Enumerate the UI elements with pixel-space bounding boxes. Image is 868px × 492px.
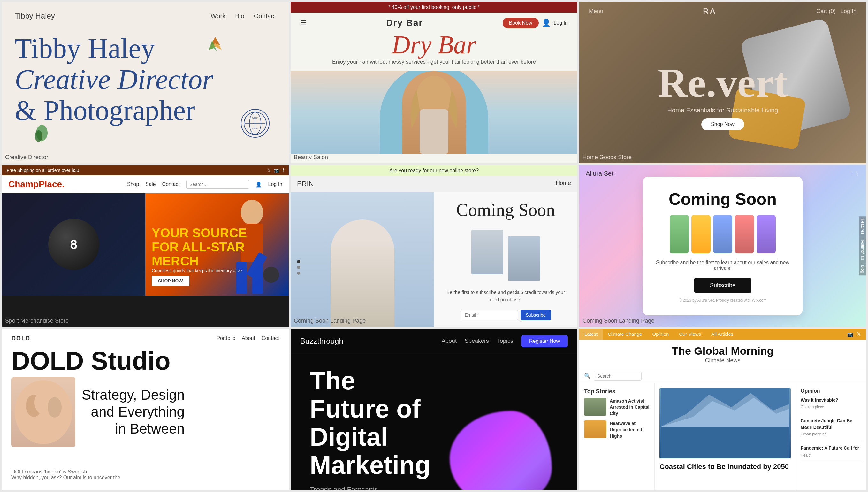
card-dry-bar[interactable]: * 40% off your first booking, only publi… — [290, 2, 578, 163]
card3-menu[interactable]: Menu — [589, 8, 603, 15]
card9-tab-ourviews[interactable]: Our Views — [674, 329, 706, 340]
svg-point-4 — [35, 130, 43, 142]
card2-topbar: * 40% off your first booking, only publi… — [290, 2, 578, 13]
card9-opinion-2[interactable]: Concrete Jungle Can Be Made Beautiful Ur… — [800, 418, 861, 441]
card9-story-2[interactable]: Heatwave at Unprecedented Highs — [584, 420, 649, 439]
card2-book-btn[interactable]: Book Now — [503, 18, 539, 28]
card9-subtitle: Climate News — [584, 357, 861, 364]
card6-topright[interactable]: ⋮⋮ — [848, 170, 860, 177]
card2-login[interactable]: Log In — [554, 20, 568, 26]
card5-topbar: Are you ready for our new online store? — [290, 165, 578, 176]
card3-label: Home Goods Store — [583, 154, 632, 161]
instagram-icon[interactable]: 📷 — [274, 168, 279, 173]
card5-coming-soon: Coming Soon — [456, 200, 555, 220]
card6-sidebar-testimonials[interactable]: Testimonials — [859, 237, 866, 263]
card7-desc: DOLD means 'hidden' is Swedish. Why hidd… — [11, 469, 120, 481]
card6-sidebar-features[interactable]: Features — [859, 216, 866, 237]
card2-brand: Dry Bar — [386, 18, 423, 28]
card4-sale[interactable]: Sale — [145, 181, 155, 187]
card5-nav: ERIN Home — [290, 176, 578, 192]
card5-dot-1[interactable] — [297, 260, 300, 263]
card5-subscribe-btn[interactable]: Subscribe — [520, 310, 551, 320]
card6-main-card: Coming Soon Subscribe and be the first t… — [643, 177, 802, 315]
card-erin[interactable]: Are you ready for our new online store? … — [290, 165, 578, 326]
svg-point-19 — [263, 267, 279, 283]
card3-login[interactable]: Log In — [841, 8, 857, 15]
card2-hero-image — [290, 71, 578, 154]
twitter-icon[interactable]: 𝕏 — [267, 168, 271, 173]
card9-tab-climate[interactable]: Climate Change — [603, 329, 647, 340]
card8-speakers[interactable]: Speakers — [465, 338, 489, 344]
card7-about[interactable]: About — [242, 336, 255, 341]
card-champplace[interactable]: Free Shipping on all orders over $50 𝕏 📷… — [2, 165, 289, 326]
card-allura[interactable]: Allura.Set ⋮⋮ Coming Soon Subscribe and … — [579, 165, 866, 326]
card5-home-link[interactable]: Home — [556, 180, 571, 188]
card9-twitter-icon[interactable]: 𝕏 — [857, 331, 861, 337]
card3-nav: Menu RA Cart (0) Log In — [579, 2, 866, 21]
card-global-morning[interactable]: Latest Climate Change Opinion Our Views … — [579, 329, 866, 490]
card9-header: The Global Morning Climate News — [579, 340, 866, 369]
card2-user-icon[interactable]: 👤 — [542, 19, 551, 27]
card8-register-btn[interactable]: Register Now — [521, 335, 568, 347]
svg-rect-25 — [661, 426, 789, 459]
card4-user-icon[interactable]: 👤 — [255, 181, 262, 188]
card9-opinion-1[interactable]: Was It Inevitable? Opinion piece — [800, 397, 861, 414]
card7-contact[interactable]: Contact — [261, 336, 279, 341]
card7-subheading: Strategy, Designand Everythingin Between — [82, 387, 185, 437]
card4-shop-btn[interactable]: SHOP NOW — [152, 276, 189, 286]
facebook-icon[interactable]: f — [283, 168, 284, 173]
card8-right — [443, 404, 558, 490]
card3-cart[interactable]: Cart (0) — [816, 8, 836, 15]
card9-title: The Global Morning — [584, 345, 861, 357]
card5-dot-3[interactable] — [297, 272, 300, 275]
card5-product-images — [471, 230, 540, 281]
card2-hamburger-icon[interactable]: ☰ — [300, 19, 307, 27]
card7-portfolio[interactable]: Portfolio — [216, 336, 235, 341]
card2-nav: ☰ Dry Bar Book Now 👤 Log In — [290, 13, 578, 33]
card4-shop[interactable]: Shop — [127, 181, 139, 187]
card-revert[interactable]: Menu RA Cart (0) Log In Re.vert Home Ess… — [579, 2, 866, 163]
card3-shop-btn[interactable]: Shop Now — [701, 118, 744, 130]
card6-copyright: © 2023 by Allura Set. Proudly created wi… — [656, 298, 790, 302]
card4-login[interactable]: Log In — [268, 181, 282, 187]
card1-heading: Tibby Haley Creative Director & Photogra… — [15, 33, 276, 126]
bird-icon — [206, 34, 225, 59]
card1-nav-contact[interactable]: Contact — [254, 13, 276, 20]
card7-heading: DOLD Studio — [11, 348, 279, 374]
card9-center: Coastal Cities to Be Inundated by 2050 — [654, 384, 796, 490]
card1-label: Creative Director — [5, 154, 48, 161]
card5-email-input[interactable] — [460, 310, 518, 320]
card8-about[interactable]: About — [442, 338, 457, 344]
card9-tab-all[interactable]: All Articles — [706, 329, 738, 340]
card-dold[interactable]: DOLD Portfolio About Contact DOLD Studio — [2, 329, 289, 490]
card9-content: Top Stories Amazon Activist Arrested in … — [579, 384, 866, 490]
card6-sidebar-blog[interactable]: Blog — [859, 263, 866, 276]
card5-person-bg — [290, 192, 434, 326]
card1-nav: Tibby Haley Work Bio Contact — [15, 11, 276, 21]
card6-subscribe-btn[interactable]: Subscribe — [694, 278, 751, 293]
card2-label: Beauty Salon — [294, 154, 328, 161]
card4-hero-text: YOUR SOURCE FOR ALL-STAR MERCH Countless… — [152, 226, 247, 286]
card9-opinion-3[interactable]: Pandemic: A Future Call for Health — [800, 445, 861, 462]
card-tibby-haley[interactable]: Tibby Haley Work Bio Contact Tibby Haley… — [2, 2, 289, 163]
card1-nav-bio[interactable]: Bio — [235, 13, 244, 20]
card8-topics[interactable]: Topics — [497, 338, 513, 344]
card-buzzthrough[interactable]: Buzzthrough About Speakers Topics Regist… — [290, 329, 578, 490]
card8-sub: Trends and Forecastsfor 2023 and Beyond — [310, 486, 431, 490]
card1-nav-work[interactable]: Work — [211, 13, 226, 20]
card8-content: The Future ofDigital Marketing Trends an… — [290, 354, 578, 490]
card9-tab-latest[interactable]: Latest — [579, 329, 603, 340]
card4-contact[interactable]: Contact — [162, 181, 179, 187]
card6-sidebar: Features Testimonials Blog — [859, 216, 866, 275]
card8-heading: The Future ofDigital Marketing — [310, 367, 431, 479]
card9-search-input[interactable] — [594, 372, 642, 380]
card5-right-content: Coming Soon Be the first to subscribe an… — [434, 192, 578, 326]
card4-ball — [48, 219, 99, 270]
card1-nav-links: Work Bio Contact — [211, 13, 276, 20]
card9-instagram-icon[interactable]: 📷 — [847, 331, 853, 337]
card4-search-input[interactable] — [186, 180, 249, 189]
card9-story-1[interactable]: Amazon Activist Arrested in Capital City — [584, 398, 649, 417]
card5-logo: ERIN — [297, 180, 314, 188]
card9-tab-opinion[interactable]: Opinion — [647, 329, 674, 340]
card5-dot-2[interactable] — [297, 266, 300, 269]
